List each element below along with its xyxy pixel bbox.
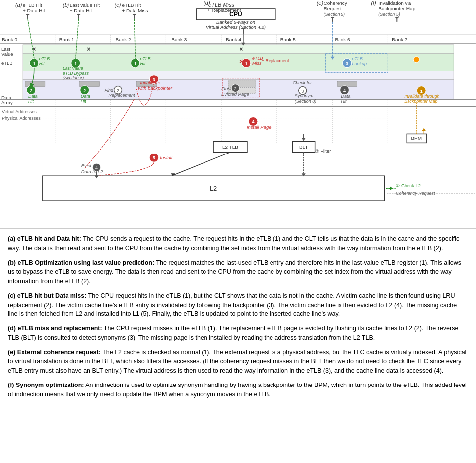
desc-f-bold: (f) Synonym optimization: <box>8 382 84 388</box>
svg-text:Bank 6: Bank 6 <box>335 37 350 42</box>
svg-text:Invalidate through: Invalidate through <box>404 94 439 99</box>
svg-text:Data: Data <box>81 94 90 99</box>
svg-text:2: 2 <box>30 88 32 93</box>
svg-text:Virtual Addresses: Virtual Addresses <box>2 109 37 114</box>
svg-text:Coherency: Coherency <box>324 0 347 6</box>
svg-text:Data to L2: Data to L2 <box>81 169 103 174</box>
svg-text:1: 1 <box>33 61 35 66</box>
svg-text:eTLB: eTLB <box>140 56 150 61</box>
svg-text:(f): (f) <box>371 0 376 6</box>
description-c: (c) eTLB hit but Data miss: The CPU requ… <box>8 291 468 319</box>
description-d: (d) eTLB miss and replacement: The CPU r… <box>8 324 468 343</box>
svg-text:1: 1 <box>134 61 136 66</box>
svg-text:Bank 0: Bank 0 <box>2 37 17 42</box>
description-e: (e) External coherence request: The L2 c… <box>8 348 468 376</box>
svg-text:Bank 2: Bank 2 <box>116 37 131 42</box>
svg-text:Hit: Hit <box>28 99 34 104</box>
svg-text:Invalidation via: Invalidation via <box>378 0 411 6</box>
svg-text:(Section 8): (Section 8) <box>63 76 84 80</box>
svg-text:2: 2 <box>83 88 86 93</box>
svg-text:1: 1 <box>420 89 423 94</box>
svg-text:Bank 7: Bank 7 <box>392 37 407 42</box>
diagram-area: (a) eTLB Hit + Data Hit (b) Last value H… <box>0 0 476 229</box>
svg-text:Hit: Hit <box>140 61 145 66</box>
svg-text:(b): (b) <box>63 2 69 8</box>
svg-point-155 <box>413 57 419 63</box>
svg-text:Data: Data <box>28 94 38 99</box>
svg-text:with backpointer: with backpointer <box>138 85 172 91</box>
svg-text:+ Replacment: + Replacment <box>262 58 289 63</box>
svg-text:1: 1 <box>245 61 247 66</box>
svg-text:(e): (e) <box>317 0 323 6</box>
svg-text:+ Replacement: + Replacement <box>207 7 241 13</box>
svg-text:L2: L2 <box>210 185 217 192</box>
svg-text:3: 3 <box>346 61 348 66</box>
svg-text:(Section 5): (Section 5) <box>378 12 400 17</box>
desc-b-bold: (b) eTLB Optimization using last value p… <box>8 259 154 266</box>
desc-c-bold: (c) eTLB hit but Data miss: <box>8 292 86 299</box>
svg-text:Evict: Evict <box>81 163 92 168</box>
svg-text:Bank 1: Bank 1 <box>59 37 74 42</box>
svg-text:Invalidate: Invalidate <box>140 80 160 85</box>
svg-text:eTLB Bypass: eTLB Bypass <box>63 71 89 76</box>
svg-text:Bank 3: Bank 3 <box>171 37 187 42</box>
svg-text:×: × <box>239 46 243 53</box>
svg-text:eTLB: eTLB <box>39 56 50 61</box>
svg-rect-68 <box>338 82 357 87</box>
svg-text:5: 5 <box>153 155 155 160</box>
svg-text:eTLB Hit: eTLB Hit <box>23 2 42 8</box>
svg-text:eTLB Hit: eTLB Hit <box>122 2 141 8</box>
svg-text:(Section 5): (Section 5) <box>324 12 345 17</box>
main-container: (a) eTLB Hit + Data Hit (b) Last value H… <box>0 0 476 410</box>
svg-text:eTLB: eTLB <box>1 60 13 66</box>
svg-text:2: 2 <box>234 86 237 91</box>
svg-text:Last Value: Last Value <box>63 66 83 71</box>
svg-text:Hit: Hit <box>39 61 45 66</box>
svg-text:Backpointer Map: Backpointer Map <box>378 6 415 11</box>
svg-text:Lookup: Lookup <box>352 61 366 66</box>
svg-text:Backpointer Map: Backpointer Map <box>404 99 437 104</box>
svg-text:Data: Data <box>341 94 351 99</box>
svg-rect-63 <box>25 82 45 87</box>
desc-d-bold: (d) eTLB miss and replacement: <box>8 325 102 332</box>
description-a: (a) eTLB hit and Data hit: The CPU sends… <box>8 234 468 253</box>
svg-text:+ Data Miss: + Data Miss <box>122 8 148 13</box>
descriptions-area: (a) eTLB hit and Data hit: The CPU sends… <box>0 229 476 410</box>
svg-text:Miss: Miss <box>252 61 262 66</box>
svg-text:BLT: BLT <box>299 144 308 150</box>
svg-text:(a): (a) <box>15 2 22 8</box>
svg-text:① Check L2: ① Check L2 <box>396 183 421 188</box>
svg-text:② Filter: ② Filter <box>315 148 331 154</box>
svg-text:Physical Addresses: Physical Addresses <box>2 116 41 121</box>
svg-text:(c): (c) <box>115 2 121 8</box>
svg-text:Hit: Hit <box>81 99 86 104</box>
svg-text:+ Data Hit: + Data Hit <box>70 8 92 13</box>
svg-text:Bank 5: Bank 5 <box>280 37 296 42</box>
desc-e-bold: (e) External coherence request: <box>8 349 101 356</box>
svg-text:Synonym: Synonym <box>295 93 314 98</box>
svg-text:Check for: Check for <box>293 80 312 85</box>
svg-text:(Section 8): (Section 8) <box>295 99 316 104</box>
svg-text:BPM: BPM <box>411 135 422 141</box>
svg-text:Array: Array <box>1 100 13 105</box>
svg-text:Evicted Page: Evicted Page <box>221 91 249 97</box>
diagram-svg: (a) eTLB Hit + Data Hit (b) Last value H… <box>0 0 476 228</box>
svg-text:4: 4 <box>252 119 254 124</box>
svg-text:×: × <box>87 46 90 53</box>
svg-text:Bank 4: Bank 4 <box>226 37 241 42</box>
svg-text:eTLB: eTLB <box>352 56 362 61</box>
svg-text:Hit: Hit <box>341 99 347 104</box>
description-b: (b) eTLB Optimization using last value p… <box>8 258 468 286</box>
svg-text:Replacement: Replacement <box>109 93 135 98</box>
desc-a-bold: (a) eTLB hit and Data hit: <box>8 235 81 242</box>
svg-text:L2 TLB: L2 TLB <box>222 144 238 150</box>
svg-text:Request: Request <box>324 6 342 11</box>
svg-text:Find: Find <box>105 88 114 93</box>
svg-text:Value: Value <box>1 51 13 57</box>
svg-text:Virtual Address (Section 4.2): Virtual Address (Section 4.2) <box>206 24 266 30</box>
svg-text:Last value Hit: Last value Hit <box>70 2 100 8</box>
svg-text:+ Data Hit: + Data Hit <box>23 8 45 13</box>
svg-text:Install: Install <box>160 155 173 160</box>
svg-text:Install Page: Install Page <box>247 124 271 130</box>
svg-text:4: 4 <box>343 88 346 93</box>
